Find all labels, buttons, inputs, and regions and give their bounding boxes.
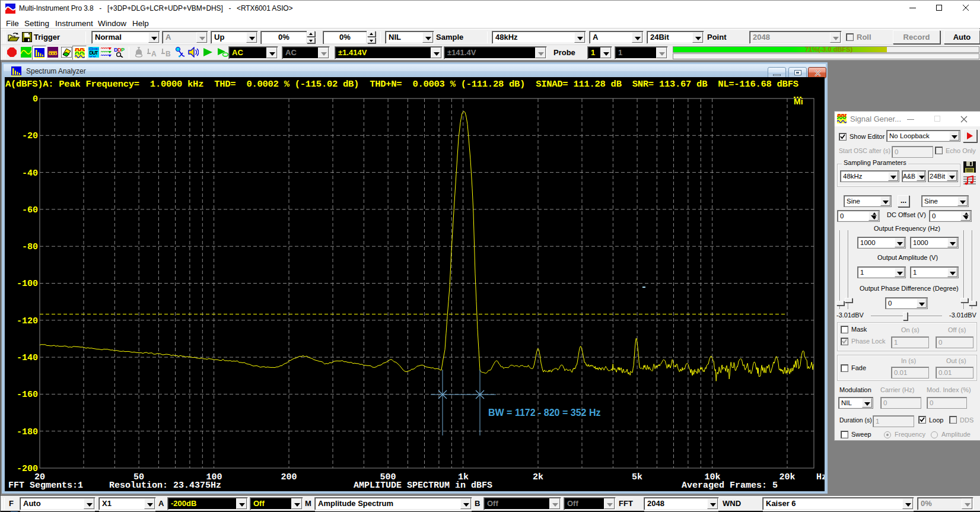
svg-text:B: B: [166, 50, 171, 57]
svg-text:-20: -20: [22, 131, 38, 141]
svg-text:-140: -140: [17, 353, 38, 363]
svg-text:Averaged Frames: 5: Averaged Frames: 5: [682, 481, 778, 491]
svg-text:P: P: [121, 47, 125, 53]
svg-text:BW = 1172 - 820 = 352 Hz: BW = 1172 - 820 = 352 Hz: [488, 408, 600, 418]
svg-text:FFT Segments:1: FFT Segments:1: [8, 481, 83, 491]
svg-text:A: A: [151, 50, 157, 57]
svg-text:Resolution: 23.4375Hz: Resolution: 23.4375Hz: [109, 481, 221, 491]
svg-text:888: 888: [48, 49, 58, 57]
svg-text:-80: -80: [22, 242, 38, 252]
svg-text:-40: -40: [22, 168, 38, 179]
svg-text:DUT: DUT: [90, 50, 99, 56]
svg-text:-180: -180: [17, 427, 38, 437]
svg-text:0: 0: [33, 94, 38, 104]
svg-text:5k: 5k: [632, 472, 642, 482]
svg-text:200: 200: [281, 472, 297, 482]
svg-text:-100: -100: [17, 279, 38, 289]
svg-text:A(dBFS)A: Peak Frequency= 1.0: A(dBFS)A: Peak Frequency= 1.0000 kHz THD…: [5, 79, 798, 90]
svg-text:-160: -160: [17, 390, 38, 400]
svg-text:Mi: Mi: [794, 97, 803, 106]
svg-text:AMPLITUDE SPECTRUM in dBFS: AMPLITUDE SPECTRUM in dBFS: [354, 481, 492, 491]
svg-text:20k: 20k: [779, 472, 795, 482]
svg-text:-60: -60: [22, 205, 38, 215]
svg-text:-120: -120: [17, 316, 38, 326]
svg-text:Hz: Hz: [816, 472, 825, 482]
svg-text:2k: 2k: [533, 472, 543, 482]
